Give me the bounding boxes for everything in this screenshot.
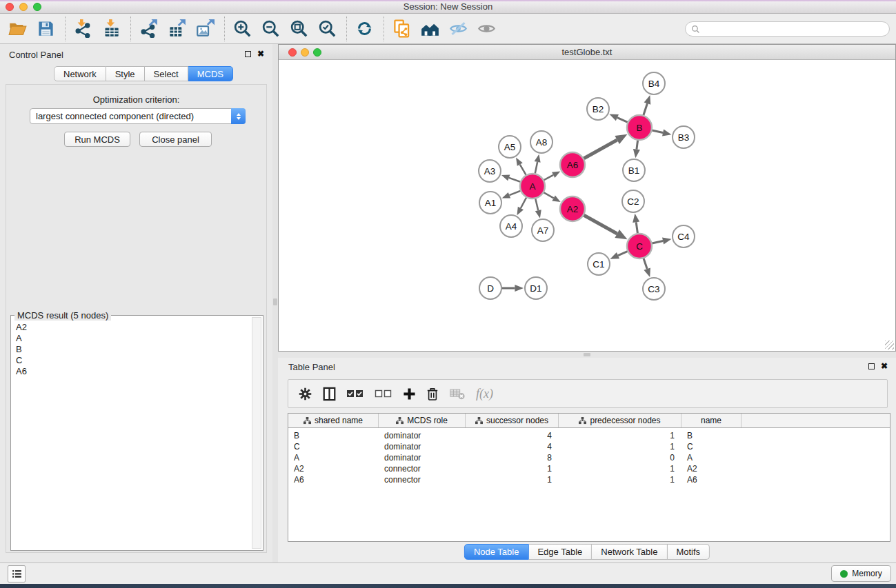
show-all-icon[interactable] xyxy=(475,17,498,41)
splitter-handle[interactable] xyxy=(584,353,590,356)
delete-column-icon[interactable] xyxy=(426,383,439,404)
graph-node-C4[interactable]: C4 xyxy=(673,225,695,247)
table-cell[interactable]: 1 xyxy=(559,441,681,452)
tab-edge-table[interactable]: Edge Table xyxy=(528,544,592,560)
close-network-window-icon[interactable] xyxy=(288,48,297,57)
zoom-in-icon[interactable] xyxy=(230,17,254,41)
graph-node-A7[interactable]: A7 xyxy=(532,219,554,241)
graph-node-C[interactable]: C xyxy=(627,234,652,258)
graph-node-B[interactable]: B xyxy=(627,115,652,140)
column-header-name[interactable]: name xyxy=(681,414,741,427)
table-cell[interactable]: 1 xyxy=(466,463,559,474)
table-settings-icon[interactable] xyxy=(298,383,312,404)
import-network-icon[interactable] xyxy=(71,17,94,41)
table-cell[interactable]: A xyxy=(681,452,741,463)
close-panel-button[interactable]: Close panel xyxy=(139,132,212,147)
table-cell[interactable]: dominator xyxy=(379,430,466,441)
graph-node-B1[interactable]: B1 xyxy=(623,159,645,181)
network-canvas[interactable]: AA6A2BCA5A8A3A1A4A7B4B2B3B1C2C4C1C3DD1 xyxy=(279,60,895,351)
mcds-result-item[interactable]: A6 xyxy=(16,366,251,377)
deselect-all-icon[interactable] xyxy=(375,383,392,404)
table-row[interactable]: Cdominator41C xyxy=(288,441,890,452)
column-header-MCDS-role[interactable]: MCDS role xyxy=(379,414,466,427)
table-cell[interactable]: 1 xyxy=(559,430,681,441)
zoom-fit-icon[interactable] xyxy=(287,17,310,41)
zoom-selected-icon[interactable] xyxy=(315,17,339,41)
mcds-result-item[interactable]: B xyxy=(16,344,251,355)
graph-node-A1[interactable]: A1 xyxy=(479,192,501,214)
graph-node-D[interactable]: D xyxy=(479,277,501,299)
table-row[interactable]: A2connector11A2 xyxy=(288,463,890,474)
graph-node-A4[interactable]: A4 xyxy=(500,215,522,237)
graph-node-D1[interactable]: D1 xyxy=(525,277,547,299)
export-table-icon[interactable] xyxy=(165,17,188,41)
table-cell[interactable]: A6 xyxy=(681,474,741,485)
export-image-icon[interactable] xyxy=(193,17,217,41)
table-cell[interactable]: 1 xyxy=(466,474,559,485)
zoom-window-icon[interactable] xyxy=(33,3,41,11)
table-cell[interactable]: C xyxy=(681,441,741,452)
graph-node-A[interactable]: A xyxy=(520,174,545,199)
table-cell[interactable]: A6 xyxy=(288,474,379,485)
mcds-result-scrollbar[interactable] xyxy=(252,317,261,549)
column-visibility-icon[interactable] xyxy=(323,383,336,404)
graph-node-A6[interactable]: A6 xyxy=(560,152,585,177)
table-cell[interactable]: B xyxy=(681,430,741,441)
select-all-icon[interactable] xyxy=(346,383,364,404)
table-cell[interactable]: 0 xyxy=(559,452,681,463)
graph-node-C3[interactable]: C3 xyxy=(643,278,665,300)
vertical-splitter[interactable] xyxy=(272,44,278,562)
tab-network-table[interactable]: Network Table xyxy=(592,544,667,560)
minimize-window-icon[interactable] xyxy=(19,3,28,11)
graph-node-A5[interactable]: A5 xyxy=(499,136,521,158)
table-cell[interactable]: 4 xyxy=(466,441,559,452)
table-cell[interactable]: 1 xyxy=(559,474,681,485)
table-cell[interactable]: C xyxy=(288,441,379,452)
mcds-result-item[interactable]: A xyxy=(16,333,251,344)
mcds-result-item[interactable]: C xyxy=(16,355,251,366)
table-cell[interactable]: connector xyxy=(379,474,466,485)
resize-grip-icon[interactable] xyxy=(885,341,894,349)
table-cell[interactable]: A xyxy=(288,452,379,463)
graph-node-A8[interactable]: A8 xyxy=(530,131,552,153)
delete-table-icon[interactable] xyxy=(449,383,466,404)
first-neighbors-icon[interactable] xyxy=(418,17,441,41)
memory-button[interactable]: Memory xyxy=(831,565,891,582)
tab-select[interactable]: Select xyxy=(145,66,188,81)
close-panel-icon[interactable]: ✖ xyxy=(257,50,264,57)
tab-motifs[interactable]: Motifs xyxy=(667,544,710,560)
graph-node-B4[interactable]: B4 xyxy=(643,72,665,94)
add-column-icon[interactable] xyxy=(403,383,416,404)
table-cell[interactable]: dominator xyxy=(379,441,466,452)
close-panel-icon[interactable]: ✖ xyxy=(881,363,888,369)
tab-node-table[interactable]: Node Table xyxy=(464,544,529,560)
network-window-titlebar[interactable]: testGlobe.txt xyxy=(279,45,895,60)
search-input[interactable] xyxy=(704,24,889,34)
close-window-icon[interactable] xyxy=(6,3,14,11)
mcds-result-item[interactable]: A2 xyxy=(16,322,251,333)
tab-mcds[interactable]: MCDS xyxy=(188,66,233,81)
graph-node-C1[interactable]: C1 xyxy=(588,253,610,275)
optimization-criterion-select[interactable]: largest connected component (directed) xyxy=(30,108,246,124)
float-panel-icon[interactable] xyxy=(868,363,875,369)
zoom-out-icon[interactable] xyxy=(259,17,282,41)
table-cell[interactable]: 8 xyxy=(466,452,559,463)
graph-node-B3[interactable]: B3 xyxy=(673,126,695,148)
table-cell[interactable]: 4 xyxy=(466,430,559,441)
splitter-handle[interactable] xyxy=(273,298,277,305)
hide-selected-icon[interactable] xyxy=(446,17,470,41)
graph-node-A2[interactable]: A2 xyxy=(560,196,585,221)
graph-node-C2[interactable]: C2 xyxy=(622,190,644,212)
task-history-button[interactable] xyxy=(8,565,26,582)
refresh-icon[interactable] xyxy=(352,17,376,41)
minimize-network-window-icon[interactable] xyxy=(301,48,309,57)
table-cell[interactable]: A2 xyxy=(681,463,741,474)
graph-node-B2[interactable]: B2 xyxy=(587,98,609,120)
table-cell[interactable]: A2 xyxy=(288,463,379,474)
column-header-predecessor-nodes[interactable]: predecessor nodes xyxy=(559,414,681,427)
tab-style[interactable]: Style xyxy=(106,66,145,81)
column-header-shared-name[interactable]: shared name xyxy=(288,414,379,427)
graph-node-A3[interactable]: A3 xyxy=(479,160,501,182)
column-header-successor-nodes[interactable]: successor nodes xyxy=(466,414,559,427)
float-panel-icon[interactable] xyxy=(245,51,251,57)
